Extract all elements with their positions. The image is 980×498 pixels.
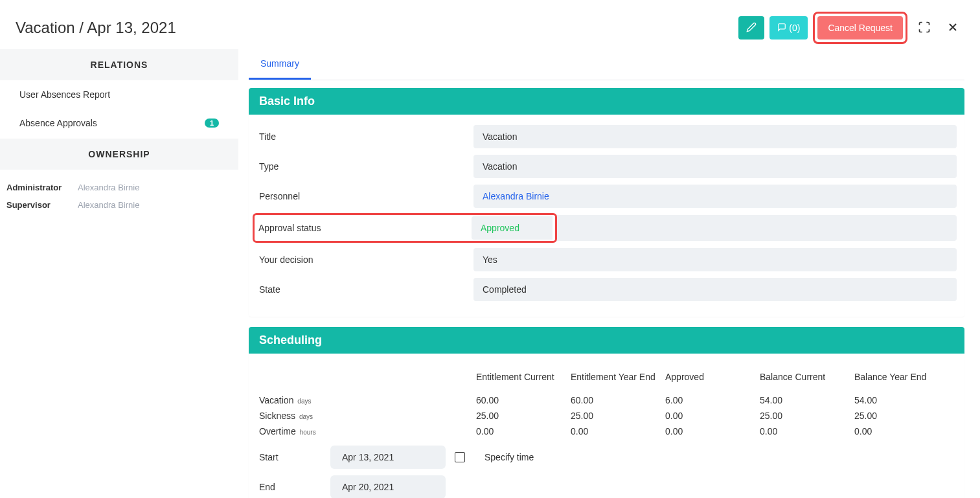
header-actions: (0) Cancel Request	[738, 12, 964, 44]
cell: 60.00	[571, 392, 665, 408]
col-header: Balance Year End	[854, 369, 949, 392]
ownership-role: Administrator	[6, 183, 78, 192]
scheduling-card: Scheduling Entitlement Current Entitleme…	[249, 327, 964, 498]
specify-time-label: Specify time	[484, 452, 534, 462]
cell: 25.00	[571, 408, 665, 424]
cell: 0.00	[665, 408, 760, 424]
row-label: Vacation days	[259, 392, 476, 408]
main-content: Summary Basic Info Title Vacation Type V…	[249, 49, 980, 498]
comments-count: (0)	[789, 23, 800, 33]
sidebar-item-label: User Absences Report	[19, 89, 110, 100]
tab-summary[interactable]: Summary	[249, 49, 311, 80]
type-value: Vacation	[473, 155, 957, 178]
approval-status-label: Approval status	[256, 223, 472, 233]
sidebar-item-absence-approvals[interactable]: Absence Approvals 1	[0, 109, 238, 137]
tabs: Summary	[249, 49, 964, 80]
ownership-name: Alexandra Birnie	[78, 200, 139, 210]
relations-header: RELATIONS	[0, 49, 238, 80]
basic-info-header: Basic Info	[249, 88, 964, 115]
start-date[interactable]: Apr 13, 2021	[330, 446, 446, 469]
end-label: End	[259, 482, 330, 492]
comments-button[interactable]: (0)	[769, 16, 808, 40]
sidebar: RELATIONS User Absences Report Absence A…	[0, 49, 238, 498]
sidebar-item-label: Absence Approvals	[19, 118, 97, 128]
cancel-request-button[interactable]: Cancel Request	[817, 16, 903, 40]
fullscreen-icon	[918, 21, 931, 36]
ownership-row: Supervisor Alexandra Birnie	[0, 196, 238, 214]
state-label: State	[256, 284, 473, 295]
cell: 60.00	[476, 392, 571, 408]
state-value: Completed	[473, 278, 957, 301]
cell: 25.00	[760, 408, 854, 424]
col-header: Entitlement Year End	[571, 369, 665, 392]
cell: 6.00	[665, 392, 760, 408]
ownership-name: Alexandra Birnie	[78, 183, 139, 192]
start-label: Start	[259, 452, 330, 462]
approval-status-value: Approved	[481, 223, 519, 233]
sidebar-item-user-absences[interactable]: User Absences Report	[0, 80, 238, 109]
scheduling-grid: Entitlement Current Entitlement Year End…	[259, 369, 949, 439]
cell: 0.00	[665, 424, 760, 439]
cell: 0.00	[760, 424, 854, 439]
col-header: Approved	[665, 369, 760, 392]
cell: 25.00	[476, 408, 571, 424]
basic-info-card: Basic Info Title Vacation Type Vacation …	[249, 88, 964, 317]
approval-highlight: Approval status Approved	[253, 213, 557, 243]
edit-button[interactable]	[738, 16, 764, 40]
ownership-role: Supervisor	[6, 200, 78, 210]
col-header: Entitlement Current	[476, 369, 571, 392]
ownership-row: Administrator Alexandra Birnie	[0, 179, 238, 196]
scheduling-header: Scheduling	[249, 327, 964, 354]
decision-label: Your decision	[256, 255, 473, 265]
cell: 54.00	[760, 392, 854, 408]
type-label: Type	[256, 161, 473, 172]
title-label: Title	[256, 131, 473, 142]
ownership-header: OWNERSHIP	[0, 139, 238, 170]
title-value: Vacation	[473, 125, 957, 148]
col-header: Balance Current	[760, 369, 854, 392]
comment-icon	[777, 23, 786, 34]
pencil-icon	[746, 22, 757, 34]
fullscreen-button[interactable]	[913, 16, 936, 40]
row-label: Overtime hours	[259, 424, 476, 439]
cell: 0.00	[476, 424, 571, 439]
personnel-value[interactable]: Alexandra Birnie	[473, 185, 957, 208]
end-date[interactable]: Apr 20, 2021	[330, 475, 446, 498]
personnel-label: Personnel	[256, 191, 473, 201]
decision-value: Yes	[473, 248, 957, 271]
badge: 1	[205, 119, 219, 128]
cell: 25.00	[854, 408, 949, 424]
close-button[interactable]	[941, 16, 964, 40]
page-title: Vacation / Apr 13, 2021	[16, 19, 176, 37]
cell: 0.00	[571, 424, 665, 439]
close-icon	[946, 21, 959, 36]
specify-time-checkbox[interactable]	[455, 452, 465, 462]
row-label: Sickness days	[259, 408, 476, 424]
cancel-highlight: Cancel Request	[813, 12, 907, 44]
cell: 54.00	[854, 392, 949, 408]
cell: 0.00	[854, 424, 949, 439]
